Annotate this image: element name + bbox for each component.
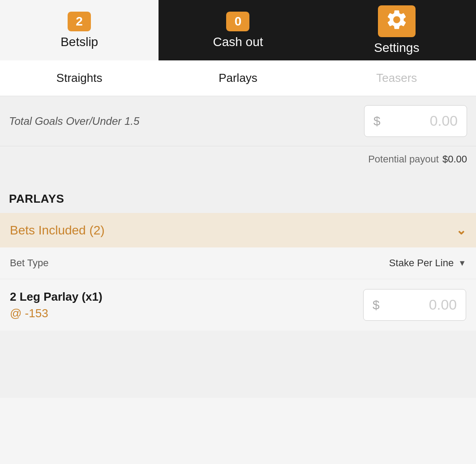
parlay-odds: @ -153	[10, 306, 103, 320]
payout-value: $0.00	[442, 153, 467, 165]
parlay-row: 2 Leg Parlay (x1) @ -153 $ 0.00	[0, 279, 476, 331]
cashout-badge: 0	[226, 12, 249, 31]
tab-straights[interactable]: Straights	[0, 60, 159, 96]
settings-badge	[378, 5, 416, 37]
parlays-heading: PARLAYS	[0, 183, 476, 213]
straights-dollar-sign: $	[373, 114, 381, 128]
tab-teasers[interactable]: Teasers	[317, 60, 476, 96]
cashout-label: Cash out	[213, 35, 263, 49]
section-divider	[0, 172, 476, 183]
bets-included-accordion[interactable]: Bets Included (2) ⌄	[0, 213, 476, 247]
chevron-down-icon: ⌄	[456, 223, 466, 238]
dropdown-arrow-icon: ▼	[458, 259, 466, 268]
nav-settings[interactable]: Settings	[317, 0, 476, 60]
gear-icon	[385, 8, 408, 31]
nav-betslip[interactable]: 2 Betslip	[0, 0, 159, 60]
straights-stake-input[interactable]: $ 0.00	[364, 105, 467, 137]
parlay-info: 2 Leg Parlay (x1) @ -153	[10, 290, 103, 320]
top-navigation: 2 Betslip 0 Cash out Settings	[0, 0, 476, 60]
tab-parlays[interactable]: Parlays	[159, 60, 317, 96]
betslip-label: Betslip	[60, 35, 98, 49]
straights-stake-value: 0.00	[385, 113, 458, 129]
bottom-area	[0, 331, 476, 398]
parlay-title: 2 Leg Parlay (x1)	[10, 290, 103, 304]
bet-type-label: Bet Type	[10, 257, 48, 269]
stake-per-line-dropdown[interactable]: Stake Per Line ▼	[389, 257, 466, 269]
settings-label: Settings	[374, 41, 419, 55]
parlay-stake-input[interactable]: $ 0.00	[363, 289, 466, 321]
potential-payout-row: Potential payout $0.00	[0, 146, 476, 172]
total-goals-row: Total Goals Over/Under 1.5 $ 0.00	[0, 96, 476, 146]
bet-type-row: Bet Type Stake Per Line ▼	[0, 247, 476, 279]
parlay-stake-value: 0.00	[384, 297, 457, 313]
stake-per-line-label: Stake Per Line	[389, 257, 454, 269]
parlays-section: PARLAYS Bets Included (2) ⌄ Bet Type Sta…	[0, 183, 476, 331]
betslip-badge: 2	[68, 12, 91, 31]
payout-label: Potential payout	[368, 153, 439, 165]
sub-tabs: Straights Parlays Teasers	[0, 60, 476, 96]
total-goals-label: Total Goals Over/Under 1.5	[9, 115, 364, 128]
main-content: Total Goals Over/Under 1.5 $ 0.00 Potent…	[0, 96, 476, 398]
bets-included-label: Bets Included (2)	[10, 223, 105, 238]
nav-cashout[interactable]: 0 Cash out	[159, 0, 317, 60]
parlay-dollar-sign: $	[373, 298, 380, 312]
